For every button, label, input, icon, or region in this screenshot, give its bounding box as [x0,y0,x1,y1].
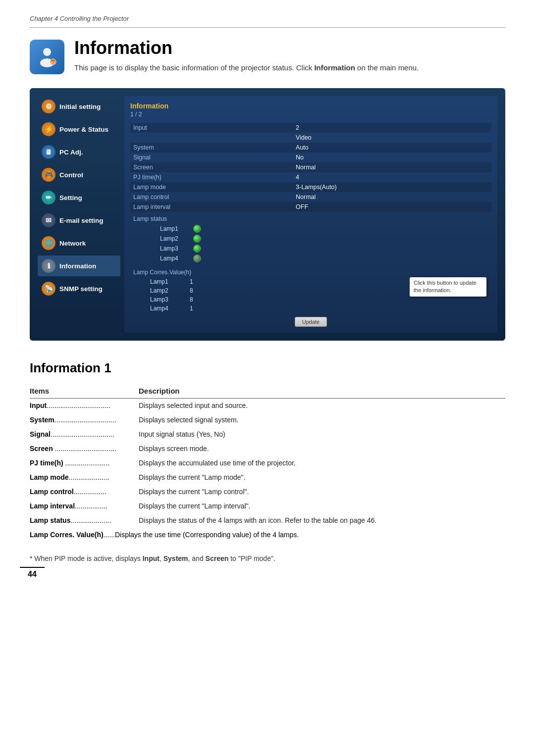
table-row: Lamp mode 3-Lamps(Auto) [130,182,491,192]
row-label: System [130,143,293,152]
lamp4-label: Lamp4 [160,255,178,262]
info-icon: IO [30,40,64,74]
table-row: Signal No [130,152,491,162]
desc-text: Displays selected input and source. [139,399,505,413]
desc-text: Displays the status of the 4 lamps with … [139,513,505,528]
row-label: PJ time(h) [130,172,293,182]
desc-row: System................................ D… [30,413,505,427]
lamp1-icon [193,225,201,233]
desc-text: Displays the current "Lamp interval". [139,499,505,513]
row-value: Auto [293,143,491,152]
page-title: Information [74,38,419,58]
desc-text: Displays selected signal system. [139,413,505,427]
pc-adj-icon: 🖥 [42,145,55,159]
sidebar-label-power-status: Power & Status [59,126,108,133]
desc-text: Displays screen mode. [139,442,505,456]
desc-row: Input................................. D… [30,399,505,413]
lamp-corres-row: Lamp2 8 [130,286,491,295]
desc-item: Lamp mode..................... [30,470,139,485]
lamp1-label: Lamp1 [160,225,178,232]
sidebar-item-network[interactable]: 🌐 Network [38,233,120,253]
snmp-icon: 📡 [42,282,55,296]
lamp-row: Lamp2 [130,234,491,244]
page-number: 44 [20,567,45,579]
col-header-description: Description [139,385,505,399]
col-header-items: Items [30,385,139,399]
table-row: Lamp interval OFF [130,202,491,212]
sidebar-label-initial-setting: Initial setting [59,103,101,110]
lamp-corres-header: Lamp Corres.Value(h) [130,267,491,277]
lamp-corres-row: Lamp1 1 Click this button to update the … [130,277,491,286]
desc-row: PJ time(h) ....................... Displ… [30,456,505,470]
row-value: 2 [293,123,491,133]
chapter-label: Chapter 4 Controlling the Projector [30,15,505,22]
desc-item: PJ time(h) ....................... [30,456,139,470]
sidebar: ⚙ Initial setting ⚡ Power & Status 🖥 PC … [38,96,124,333]
svg-text:IO: IO [51,60,55,65]
table-header-row: Items Description [30,385,505,399]
note-box: * When PIP mode is active, displays Inpu… [30,553,505,564]
lamp-status-section: Lamp status Lamp1 Lamp2 Lamp3 Lamp4 [130,214,491,263]
info-table: Input 2 Video System Auto Signal No [130,123,491,212]
lamp3-icon [193,245,201,252]
ui-screenshot: ⚙ Initial setting ⚡ Power & Status 🖥 PC … [30,88,505,341]
setting-icon: ✏ [42,191,55,204]
update-button[interactable]: Update [295,317,327,327]
desc-text: Displays the current "Lamp mode". [139,470,505,485]
table-row: Input 2 [130,123,491,133]
table-row: Video [130,133,491,143]
lamp-corres-row: Lamp3 8 [130,295,491,304]
sidebar-item-power-status[interactable]: ⚡ Power & Status [38,119,120,140]
lamp-corres-2-value: 8 [190,287,205,294]
lamp-row: Lamp1 [130,224,491,234]
sidebar-item-email-setting[interactable]: ✉ E-mail setting [38,210,120,231]
section-title-block: Information This page is to display the … [74,38,419,74]
row-label: Signal [130,152,293,162]
sidebar-item-information[interactable]: ℹ Information [38,255,120,276]
lamp3-label: Lamp3 [160,245,178,252]
note-input-bold: Input [143,554,160,562]
info1-section: Information 1 Items Description Input...… [30,360,505,564]
row-label: Screen [130,162,293,172]
row-label: Lamp control [130,192,293,202]
lamp2-label: Lamp2 [160,235,178,242]
table-row: System Auto [130,143,491,152]
lamp-status-header: Lamp status [130,214,491,224]
lamp-corres-row: Lamp4 1 [130,304,491,313]
sidebar-item-initial-setting[interactable]: ⚙ Initial setting [38,96,120,117]
panel-title: Information [130,102,491,110]
table-row: Screen Normal [130,162,491,172]
sidebar-item-snmp-setting[interactable]: 📡 SNMP setting [38,278,120,299]
sidebar-item-setting[interactable]: ✏ Setting [38,187,120,208]
sidebar-item-control[interactable]: 🎮 Control [38,164,120,185]
desc-item: Signal................................. [30,427,139,442]
desc-item: Screen ................................ [30,442,139,456]
sidebar-label-email-setting: E-mail setting [59,217,104,224]
initial-setting-icon: ⚙ [42,100,55,113]
information-icon: ℹ [42,259,55,273]
desc-item: Lamp status..................... [30,513,139,528]
sidebar-item-pc-adj[interactable]: 🖥 PC Adj. [38,142,120,162]
desc-table: Items Description Input.................… [30,385,505,542]
lamp2-icon [193,235,201,243]
update-row: Update [130,317,491,327]
desc-item: Lamp control................. [30,485,139,499]
desc-row: Lamp control................. Displays t… [30,485,505,499]
sidebar-label-information: Information [59,262,96,270]
lamp4-icon [193,254,201,262]
lamp-corres-2-label: Lamp2 [150,287,180,294]
desc-item: Lamp interval................. [30,499,139,513]
desc-text: Displays the current "Lamp control". [139,485,505,499]
lamp-row: Lamp4 [130,253,491,263]
desc-row: Lamp status..................... Display… [30,513,505,528]
network-icon: 🌐 [42,236,55,250]
desc-item: System................................ [30,413,139,427]
lamp-corres-1-label: Lamp1 [150,278,180,285]
lamp-corres-3-value: 8 [190,296,205,303]
row-value: OFF [293,202,491,212]
lamp-corres-1-value: 1 [190,278,205,285]
desc-item-full: Lamp Corres. Value(h)......Displays the … [30,528,505,542]
sidebar-label-control: Control [59,171,83,179]
row-value: Normal [293,162,491,172]
lamp-corres-4-value: 1 [190,305,205,312]
